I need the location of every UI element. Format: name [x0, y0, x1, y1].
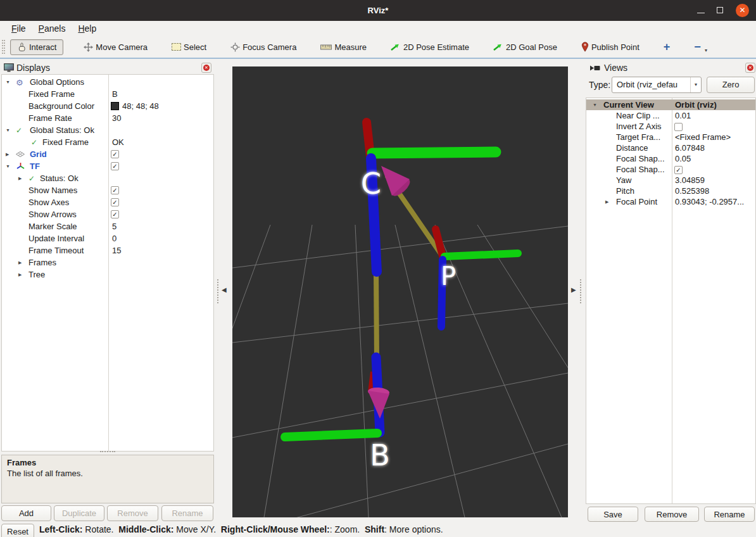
row-yaw[interactable]: Yaw 3.04859: [586, 175, 755, 186]
add-button[interactable]: Add: [1, 505, 51, 521]
row-invert-z-axis[interactable]: Invert Z Axis ✓: [586, 121, 755, 132]
row-grid[interactable]: ▶ Grid ✓: [2, 148, 213, 160]
tool-measure[interactable]: Measure: [317, 40, 370, 54]
grid-checkbox[interactable]: ✓: [111, 150, 119, 158]
row-frames[interactable]: ▶ Frames: [2, 256, 213, 268]
row-fixed-frame-status[interactable]: ✓ Fixed Frame OK: [2, 136, 213, 148]
row-pitch[interactable]: Pitch 0.525398: [586, 186, 755, 196]
view-type-combobox[interactable]: Orbit (rviz_defau ▾: [612, 77, 702, 93]
displays-close-button[interactable]: ✕: [201, 63, 211, 73]
row-tree[interactable]: ▶ Tree: [2, 268, 213, 281]
show-names-checkbox[interactable]: ✓: [111, 186, 119, 194]
remove-tool-button[interactable]: − ▾: [690, 39, 711, 56]
displays-tree[interactable]: ▼ ⚙ Global Options Fixed Frame B Backgro…: [1, 74, 214, 452]
right-splitter-dots[interactable]: [580, 279, 581, 303]
invert-z-checkbox[interactable]: ✓: [674, 123, 683, 131]
row-background-color[interactable]: Background Color 48; 48; 48: [2, 100, 213, 112]
row-value[interactable]: 0: [112, 232, 117, 244]
row-value[interactable]: 0.01: [675, 110, 691, 121]
expander-icon[interactable]: ▶: [18, 268, 22, 281]
row-focal-point[interactable]: ▶ Focal Point 0.93043; -0.2957...: [586, 196, 755, 207]
row-focal-shape-size[interactable]: Focal Shap... 0.05: [586, 153, 755, 164]
row-global-options[interactable]: ▼ ⚙ Global Options: [2, 76, 213, 88]
minimize-button[interactable]: [691, 0, 710, 21]
expander-icon[interactable]: ▼: [6, 76, 10, 88]
row-show-arrows[interactable]: Show Arrows ✓: [2, 208, 213, 220]
expander-icon[interactable]: ▶: [18, 256, 22, 268]
remove-view-button[interactable]: Remove: [645, 507, 699, 522]
tool-move-camera[interactable]: Move Camera: [80, 40, 151, 54]
row-frame-timeout[interactable]: Frame Timeout 15: [2, 244, 213, 256]
rename-view-button[interactable]: Rename: [704, 507, 755, 522]
zero-button[interactable]: Zero: [707, 77, 755, 93]
title-bar[interactable]: RViz* ✕: [0, 0, 756, 21]
close-button[interactable]: ✕: [733, 0, 752, 21]
focal-shape-checkbox[interactable]: ✓: [674, 166, 683, 174]
tool-2d-goal-pose[interactable]: 2D Goal Pose: [489, 40, 561, 54]
row-value[interactable]: 30: [112, 112, 121, 124]
help-splitter-handle[interactable]: [100, 451, 115, 452]
show-arrows-checkbox[interactable]: ✓: [111, 210, 119, 218]
row-value[interactable]: 0.05: [675, 153, 691, 164]
tool-publish-point[interactable]: Publish Point: [577, 39, 643, 54]
tool-2d-pose-estimate[interactable]: 2D Pose Estimate: [387, 40, 473, 54]
row-tf-status[interactable]: ▶ ✓ Status: Ok: [2, 172, 213, 184]
menu-help[interactable]: Help: [72, 21, 103, 36]
row-near-clip[interactable]: Near Clip ... 0.01: [586, 110, 755, 121]
expander-icon[interactable]: ▶: [6, 148, 9, 160]
maximize-button[interactable]: [710, 0, 729, 21]
tool-interact[interactable]: Interact: [10, 39, 63, 55]
menu-file[interactable]: File: [5, 21, 32, 36]
row-value[interactable]: 5: [112, 220, 117, 232]
3d-viewport[interactable]: C C P P B B: [232, 66, 568, 517]
row-current-view[interactable]: ▼ Current View Orbit (rviz): [586, 99, 755, 110]
tool-focus-camera[interactable]: Focus Camera: [227, 40, 300, 54]
tf-axes-icon: [16, 162, 25, 170]
row-value[interactable]: 3.04859: [675, 175, 705, 186]
row-show-axes[interactable]: Show Axes ✓: [2, 196, 213, 208]
views-tree[interactable]: ▼ Current View Orbit (rviz) Near Clip ..…: [586, 98, 756, 504]
row-distance[interactable]: Distance 6.07848: [586, 142, 755, 153]
row-value[interactable]: 0.525398: [675, 186, 709, 196]
tool-select[interactable]: Select: [168, 40, 210, 54]
row-global-status[interactable]: ▼ ✓ Global Status: Ok: [2, 124, 213, 136]
menu-panels[interactable]: Panels: [32, 21, 72, 36]
add-tool-button[interactable]: +: [660, 39, 674, 54]
row-fixed-frame[interactable]: Fixed Frame B: [2, 88, 213, 100]
row-update-interval[interactable]: Update Interval 0: [2, 232, 213, 244]
expander-icon[interactable]: ▼: [593, 99, 597, 110]
toolbar-drag-handle[interactable]: [2, 40, 5, 54]
save-button[interactable]: Save: [588, 507, 638, 522]
row-show-names[interactable]: Show Names ✓: [2, 184, 213, 196]
row-focal-shape-fixed[interactable]: Focal Shap... ✓: [586, 164, 755, 175]
reset-button[interactable]: Reset: [1, 524, 34, 537]
tf-checkbox[interactable]: ✓: [111, 162, 119, 170]
expander-icon[interactable]: ▶: [605, 196, 608, 207]
row-marker-scale[interactable]: Marker Scale 5: [2, 220, 213, 232]
remove-button[interactable]: Remove: [107, 505, 158, 521]
check-icon: ✓: [16, 125, 22, 137]
collapse-left-icon[interactable]: ◀: [222, 286, 227, 293]
row-value[interactable]: 6.07848: [675, 142, 705, 153]
show-axes-checkbox[interactable]: ✓: [111, 198, 119, 206]
expander-icon[interactable]: ▼: [6, 124, 10, 136]
collapse-right-icon[interactable]: ▶: [571, 286, 576, 293]
color-swatch[interactable]: [111, 102, 119, 110]
row-value[interactable]: 48; 48; 48: [122, 100, 159, 112]
row-value[interactable]: 0.93043; -0.2957...: [675, 196, 744, 207]
rename-button[interactable]: Rename: [161, 505, 213, 521]
views-close-button[interactable]: ✕: [745, 63, 755, 73]
hint-segment: Shift: [365, 524, 384, 534]
tf-arrow-shaft: [376, 270, 377, 359]
expander-icon[interactable]: ▶: [18, 172, 22, 184]
gear-icon: ⚙: [16, 77, 23, 89]
row-value[interactable]: B: [112, 88, 118, 100]
row-target-frame[interactable]: Target Fra... <Fixed Frame>: [586, 132, 755, 142]
expander-icon[interactable]: ▼: [6, 160, 10, 172]
duplicate-button[interactable]: Duplicate: [54, 505, 104, 521]
row-tf[interactable]: ▼ TF ✓: [2, 160, 213, 172]
row-value[interactable]: 15: [112, 244, 121, 256]
row-value[interactable]: <Fixed Frame>: [675, 132, 731, 142]
left-splitter-dots[interactable]: [217, 279, 218, 303]
row-frame-rate[interactable]: Frame Rate 30: [2, 112, 213, 124]
